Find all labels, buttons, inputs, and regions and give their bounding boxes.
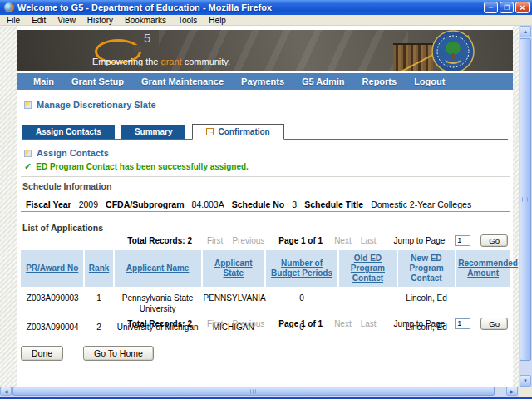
- last-link[interactable]: Last: [361, 236, 377, 245]
- cell-new-contact: Lincoln, Ed: [397, 288, 456, 318]
- previous-link[interactable]: Previous: [232, 319, 264, 328]
- pagination-bottom: Total Records: 2 First Previous Page 1 o…: [21, 316, 510, 331]
- nav-reports[interactable]: Reports: [362, 76, 397, 86]
- total-records-label: Total Records:: [127, 236, 185, 245]
- last-link[interactable]: Last: [361, 319, 377, 328]
- scroll-right-icon[interactable]: ▶: [506, 387, 518, 396]
- first-link[interactable]: First: [207, 236, 223, 245]
- total-records-value: 2: [187, 236, 192, 245]
- schedule-info-heading: Schedule Information: [22, 181, 111, 191]
- previous-link[interactable]: Previous: [232, 236, 264, 245]
- done-button[interactable]: Done: [21, 346, 63, 361]
- window-titlebar: Welcome to G5 - Department of Education …: [0, 0, 532, 15]
- cell-rank: 1: [84, 288, 113, 318]
- checkmark-icon: ✓: [24, 161, 32, 171]
- minimize-button[interactable]: [484, 2, 498, 13]
- close-button[interactable]: [515, 2, 530, 13]
- col-rank[interactable]: Rank: [84, 250, 113, 288]
- fiscal-year-label: Fiscal Year: [26, 200, 71, 209]
- next-link[interactable]: Next: [334, 319, 352, 328]
- scroll-down-icon[interactable]: ▼: [520, 375, 531, 387]
- content-panel: 5 Empowering the grant community. Main G…: [17, 26, 513, 387]
- total-records-label: Total Records:: [127, 319, 185, 328]
- nav-main[interactable]: Main: [33, 76, 54, 86]
- menu-edit[interactable]: Edit: [32, 16, 46, 25]
- tagline-grant-word: grant: [161, 57, 182, 66]
- go-to-home-button[interactable]: Go To Home: [83, 346, 154, 361]
- table-row: Z003A090003 1 Pennsylvania State Univers…: [21, 288, 510, 318]
- tab-bar: Assign Contacts Summary Confirmation: [22, 124, 508, 140]
- schedule-fields: Fiscal Year 2009 CFDA/Subprogram 84.003A…: [26, 200, 471, 209]
- browser-window: Welcome to G5 - Department of Education …: [0, 0, 532, 399]
- col-recommended-amount[interactable]: Recommended Amount: [456, 250, 510, 288]
- cfda-value: 84.003A: [192, 200, 224, 209]
- banner-tagline: Empowering the grant community.: [92, 57, 230, 66]
- g5-banner: 5 Empowering the grant community.: [17, 30, 513, 71]
- jump-to-page-input[interactable]: [455, 235, 470, 246]
- menu-history[interactable]: History: [87, 16, 113, 25]
- section-bullet-icon: [24, 101, 32, 109]
- list-of-applications-heading: List of Applications: [22, 223, 103, 233]
- menu-bookmarks[interactable]: Bookmarks: [125, 16, 166, 25]
- menu-view[interactable]: View: [57, 16, 76, 25]
- scrollbar-corner: [519, 387, 532, 397]
- scroll-left-icon[interactable]: ◀: [0, 387, 12, 396]
- scroll-up-icon[interactable]: ▲: [520, 26, 531, 37]
- tab-confirmation[interactable]: Confirmation: [192, 124, 283, 140]
- horizontal-scrollbar[interactable]: ◀ ▶: [0, 387, 519, 397]
- col-old-ed-contact[interactable]: Old ED Program Contact: [338, 250, 397, 288]
- nav-grant-maintenance[interactable]: Grant Maintenance: [141, 76, 224, 86]
- jump-to-page-input[interactable]: [455, 318, 470, 329]
- active-tab-arrow-icon: [206, 128, 214, 135]
- menu-help[interactable]: Help: [209, 16, 226, 25]
- page-info: Page 1 of 1: [278, 236, 323, 245]
- nav-logout[interactable]: Logout: [414, 76, 445, 86]
- vertical-scroll-thumb[interactable]: [520, 38, 531, 361]
- table-header-row: PR/Award No Rank Applicant Name Applican…: [21, 250, 510, 288]
- divider: [21, 176, 510, 177]
- schedule-no-label: Schedule No: [232, 200, 285, 209]
- cell-applicant-state: PENNSYLVANIA: [202, 288, 265, 318]
- go-button[interactable]: Go: [480, 234, 508, 247]
- firefox-icon: [4, 2, 14, 12]
- col-applicant-state[interactable]: Applicant State: [202, 250, 265, 288]
- action-buttons: Done Go To Home: [21, 346, 154, 361]
- next-link[interactable]: Next: [334, 236, 352, 245]
- menu-tools[interactable]: Tools: [178, 16, 197, 25]
- cell-budget-periods: 0: [265, 288, 338, 318]
- nav-g5-admin[interactable]: G5 Admin: [302, 76, 345, 86]
- horizontal-scroll-thumb[interactable]: [12, 387, 495, 396]
- schedule-title-value: Domestic 2-Year Colleges: [371, 200, 471, 209]
- tab-summary[interactable]: Summary: [121, 125, 186, 139]
- nav-payments[interactable]: Payments: [241, 76, 284, 86]
- cell-old-contact: [338, 288, 397, 318]
- section-bullet-icon: [24, 150, 32, 157]
- cell-recommended: [456, 288, 510, 318]
- total-records-value: 2: [187, 319, 192, 328]
- first-link[interactable]: First: [207, 319, 223, 328]
- col-applicant-name[interactable]: Applicant Name: [114, 250, 202, 288]
- fiscal-year-value: 2009: [79, 200, 98, 209]
- g5-logo-5: 5: [144, 31, 150, 45]
- jump-to-page-label: Jump to Page: [394, 236, 446, 245]
- cfda-label: CFDA/Subprogram: [106, 200, 185, 209]
- cell-applicant-name: Pennsylvania State University: [114, 288, 202, 318]
- menu-bar: File Edit View History Bookmarks Tools H…: [0, 15, 532, 26]
- vertical-scrollbar[interactable]: ▲ ▼: [519, 26, 532, 387]
- schedule-no-value: 3: [292, 200, 297, 209]
- divider-blue: [21, 332, 510, 332]
- col-new-ed-contact: New ED Program Contact: [397, 250, 456, 288]
- dept-of-education-seal: [431, 30, 475, 71]
- success-message: ✓ED Program Contact has been successfull…: [24, 161, 249, 172]
- pagination-top: Total Records: 2 First Previous Page 1 o…: [21, 233, 510, 248]
- cell-award-no: Z003A090003: [21, 288, 84, 318]
- menu-file[interactable]: File: [7, 16, 20, 25]
- maximize-button[interactable]: [500, 2, 514, 13]
- col-budget-periods[interactable]: Number of Budget Periods: [265, 250, 338, 288]
- page-title: Manage Discretionary Slate: [24, 100, 156, 110]
- tab-assign-contacts[interactable]: Assign Contacts: [22, 125, 115, 139]
- section-title: Assign Contacts: [24, 148, 109, 158]
- go-button[interactable]: Go: [480, 318, 508, 330]
- col-pr-award-no[interactable]: PR/Award No: [21, 250, 84, 288]
- nav-grant-setup[interactable]: Grant Setup: [71, 76, 124, 86]
